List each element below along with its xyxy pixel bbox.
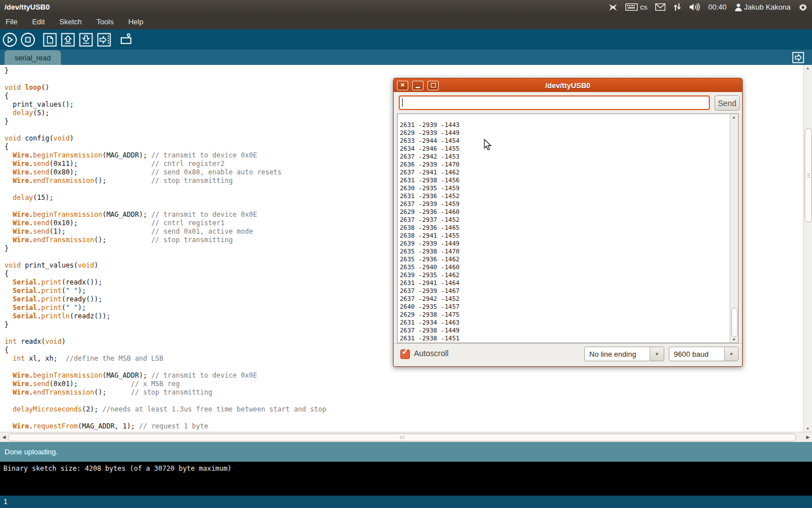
serial-monitor-window: ✕ /dev/ttyUSB0 Send 2631 -2939 -1443 262… [393, 78, 743, 367]
serial-scroll-down-arrow[interactable]: ▼ [732, 338, 736, 341]
text-caret [402, 98, 403, 107]
code-line: Wire.requestFrom(MAG_ADDR, 1); // reques… [5, 422, 803, 431]
scroll-left-arrow[interactable]: ◀ [2, 435, 6, 440]
editor-horizontal-scrollbar[interactable]: ◀ ▶ [0, 432, 812, 442]
tab-label: serial_read [15, 54, 51, 62]
username-label: Jakub Kakona [744, 3, 791, 11]
keyboard-layout-label: cs [640, 3, 647, 11]
menu-file[interactable]: File [6, 17, 17, 26]
line-ending-value: No line ending [585, 350, 650, 358]
serial-output: 2631 -2939 -1443 2629 -2939 -1449 2633 -… [400, 121, 460, 343]
session-gear-icon[interactable] [798, 3, 807, 12]
serial-monitor-button[interactable] [118, 32, 134, 48]
line-ending-select[interactable]: No line ending ▼ [584, 347, 664, 361]
verify-button[interactable] [2, 32, 18, 48]
scroll-down-arrow[interactable]: ▼ [806, 427, 810, 431]
keyboard-layout-indicator[interactable]: cs [625, 3, 647, 11]
menu-help[interactable]: Help [128, 17, 143, 26]
volume-icon[interactable] [689, 3, 700, 11]
active-window-title: /dev/ttyUSB0 [0, 3, 50, 11]
status-message: Done uploading. [5, 448, 58, 456]
checkmark-icon: ✓ [401, 347, 409, 357]
tab-strip: serial_read [0, 50, 812, 65]
menu-tools[interactable]: Tools [96, 17, 113, 26]
code-line [5, 414, 803, 422]
serial-window-title: /dev/ttyUSB0 [394, 81, 742, 90]
tab-serial-read[interactable]: serial_read [5, 50, 61, 65]
serial-input-field[interactable] [399, 95, 710, 110]
user-menu[interactable]: Jakub Kakona [735, 3, 791, 11]
editor-hscroll-thumb[interactable] [8, 433, 796, 441]
open-sketch-button[interactable] [60, 32, 76, 48]
maximize-icon [431, 83, 436, 87]
scroll-up-arrow[interactable]: ▲ [806, 66, 810, 70]
serial-scroll-thumb[interactable] [731, 308, 738, 337]
code-line: Wire.send(0x01); // x MSB reg [5, 380, 803, 388]
console-text: Binary sketch size: 4208 bytes (of a 307… [3, 465, 232, 472]
baud-rate-select[interactable]: 9600 baud ▼ [669, 347, 739, 361]
status-bar: Done uploading. [0, 442, 812, 462]
code-line [5, 397, 803, 405]
build-console: Binary sketch size: 4208 bytes (of a 307… [0, 462, 812, 496]
editor-vscroll-thumb[interactable] [805, 128, 812, 222]
code-line: delayMicroseconds(2); //needs at least 1… [5, 405, 803, 414]
serial-scroll-up-arrow[interactable]: ▲ [732, 115, 736, 119]
desktop-top-panel: /dev/ttyUSB0 cs 00:40 Jakub Kakona [0, 0, 812, 14]
new-sketch-button[interactable] [42, 32, 58, 48]
mouse-cursor [484, 139, 492, 153]
upload-button[interactable] [96, 32, 112, 48]
code-line: } [5, 67, 803, 75]
menu-bar: File Edit Sketch Tools Help [0, 14, 812, 29]
dropbox-icon[interactable] [608, 3, 617, 12]
serial-window-titlebar[interactable]: ✕ /dev/ttyUSB0 [394, 78, 742, 92]
desktop: /dev/ttyUSB0 cs 00:40 Jakub Kakona [0, 0, 812, 508]
window-maximize-button[interactable] [427, 81, 439, 90]
network-sync-icon[interactable] [673, 3, 681, 11]
window-close-button[interactable]: ✕ [397, 81, 408, 90]
baud-rate-value: 9600 baud [669, 350, 724, 358]
stop-button[interactable] [20, 32, 36, 48]
tab-menu-button[interactable] [792, 52, 804, 65]
send-button-label: Send [718, 99, 736, 108]
toolbar [0, 29, 812, 50]
code-line: Wire.endTransmission(); // stop transmit… [5, 388, 803, 397]
close-icon: ✕ [400, 82, 405, 88]
serial-bottom-bar: ✓ Autoscroll No line ending ▼ 9600 baud … [394, 343, 742, 367]
minimize-icon [416, 87, 420, 88]
save-sketch-button[interactable] [78, 32, 94, 48]
menu-sketch[interactable]: Sketch [59, 17, 82, 26]
mail-icon[interactable] [655, 3, 665, 11]
autoscroll-label: Autoscroll [414, 349, 448, 358]
serial-send-row: Send [394, 92, 742, 113]
menu-edit[interactable]: Edit [32, 17, 45, 26]
code-line: Wire.beginTransmission(MAG_ADDR); // tra… [5, 371, 803, 380]
serial-output-area[interactable]: 2631 -2939 -1443 2629 -2939 -1449 2633 -… [397, 113, 739, 343]
line-number: 1 [3, 498, 7, 506]
send-button[interactable]: Send [714, 95, 740, 111]
chevron-down-icon: ▼ [729, 352, 734, 357]
editor-vertical-scrollbar[interactable]: ▲ ▼ [803, 65, 812, 432]
serial-scrollbar[interactable]: ▲ ▼ [730, 114, 738, 343]
autoscroll-checkbox[interactable]: ✓ [400, 349, 410, 359]
window-minimize-button[interactable] [412, 81, 423, 90]
dropdown-button[interactable]: ▼ [650, 347, 664, 361]
chevron-down-icon: ▼ [655, 352, 659, 357]
clock[interactable]: 00:40 [708, 3, 727, 11]
scroll-right-arrow[interactable]: ▶ [806, 435, 810, 440]
dropdown-button[interactable]: ▼ [724, 347, 738, 361]
system-tray: cs 00:40 Jakub Kakona [608, 3, 812, 12]
line-number-bar: 1 [0, 496, 812, 508]
